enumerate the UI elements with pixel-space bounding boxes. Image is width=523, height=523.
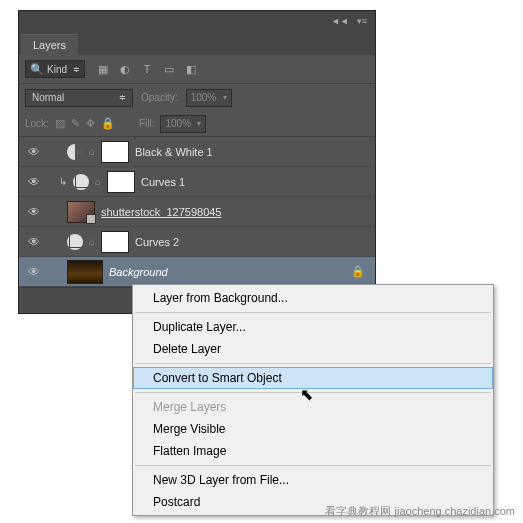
layer-name[interactable]: Curves 2 (135, 236, 179, 248)
ctx-flatten-image[interactable]: Flatten Image (133, 440, 493, 462)
tab-layers[interactable]: Layers (21, 34, 78, 55)
filter-smart-icon[interactable]: ◧ (183, 61, 199, 77)
lock-pixels-icon[interactable]: ✎ (71, 117, 80, 130)
link-icon: ⌂ (95, 176, 101, 187)
panel-header: ◄◄ ▾≡ (19, 11, 375, 31)
lock-all-icon[interactable]: 🔒 (101, 117, 115, 130)
lock-position-icon[interactable]: ✥ (86, 117, 95, 130)
chevron-down-icon: ▾ (197, 119, 201, 128)
opacity-input[interactable]: 100% ▾ (186, 89, 232, 107)
lock-icon: 🔒 (351, 265, 365, 278)
visibility-icon[interactable]: 👁 (23, 265, 45, 279)
filter-type-icon[interactable]: T (139, 61, 155, 77)
blend-mode-select[interactable]: Normal ≑ (25, 89, 133, 107)
ctx-layer-from-bg[interactable]: Layer from Background... (133, 287, 493, 309)
ctx-separator (135, 465, 491, 466)
fill-label: Fill: (139, 118, 155, 129)
chevron-down-icon: ▾ (223, 93, 227, 102)
ctx-separator (135, 312, 491, 313)
opacity-value: 100% (191, 92, 217, 103)
link-icon: ⌂ (89, 236, 95, 247)
clip-icon: ↳ (59, 176, 67, 187)
ctx-separator (135, 363, 491, 364)
lock-label: Lock: (25, 118, 49, 129)
kind-filter-select[interactable]: 🔍 Kind ≑ (25, 60, 85, 78)
chevron-down-icon: ≑ (73, 65, 80, 74)
filter-row: 🔍 Kind ≑ ▦ ◐ T ▭ ◧ (19, 55, 375, 83)
layer-list: 👁 ⌂ Black & White 1 👁 ↳ ⌂ Curves 1 👁 shu… (19, 137, 375, 287)
mask-thumb[interactable] (101, 141, 129, 163)
ctx-merge-layers: Merge Layers (133, 396, 493, 418)
layer-name[interactable]: Black & White 1 (135, 146, 213, 158)
panel-menu-icon[interactable]: ▾≡ (357, 16, 367, 26)
layers-panel: ◄◄ ▾≡ Layers 🔍 Kind ≑ ▦ ◐ T ▭ ◧ Normal ≑… (18, 10, 376, 314)
visibility-icon[interactable]: 👁 (23, 205, 45, 219)
layer-item-curves2[interactable]: 👁 ⌂ Curves 2 (19, 227, 375, 257)
collapse-icon[interactable]: ◄◄ (331, 16, 349, 26)
adjustment-icon (73, 174, 89, 190)
kind-label: Kind (47, 64, 67, 75)
chevron-down-icon: ≑ (119, 93, 126, 102)
lock-transparency-icon[interactable]: ▨ (55, 117, 65, 130)
panel-tabs: Layers (19, 31, 375, 55)
fill-input[interactable]: 100% ▾ (160, 115, 206, 133)
ctx-convert-smart-object[interactable]: Convert to Smart Object (133, 367, 493, 389)
layer-item-bw[interactable]: 👁 ⌂ Black & White 1 (19, 137, 375, 167)
ctx-separator (135, 392, 491, 393)
filter-adjust-icon[interactable]: ◐ (117, 61, 133, 77)
link-icon: ⌂ (89, 146, 95, 157)
watermark: 看字典教程网 jiaocheng.chazidian.com (325, 504, 515, 519)
blend-mode-value: Normal (32, 92, 64, 103)
visibility-icon[interactable]: 👁 (23, 145, 45, 159)
visibility-icon[interactable]: 👁 (23, 235, 45, 249)
layer-name[interactable]: Background (109, 266, 168, 278)
context-menu: Layer from Background... Duplicate Layer… (132, 284, 494, 516)
ctx-delete-layer[interactable]: Delete Layer (133, 338, 493, 360)
layer-name[interactable]: Curves 1 (141, 176, 185, 188)
mask-thumb[interactable] (101, 231, 129, 253)
fill-value: 100% (165, 118, 191, 129)
mask-thumb[interactable] (107, 171, 135, 193)
filter-pixel-icon[interactable]: ▦ (95, 61, 111, 77)
ctx-merge-visible[interactable]: Merge Visible (133, 418, 493, 440)
visibility-icon[interactable]: 👁 (23, 175, 45, 189)
opacity-label: Opacity: (141, 92, 178, 103)
ctx-duplicate-layer[interactable]: Duplicate Layer... (133, 316, 493, 338)
adjustment-icon (67, 144, 83, 160)
adjustment-icon (67, 234, 83, 250)
blend-row: Normal ≑ Opacity: 100% ▾ (19, 83, 375, 111)
layer-name[interactable]: shutterstock_127598045 (101, 206, 221, 218)
layer-item-background[interactable]: 👁 Background 🔒 (19, 257, 375, 287)
ctx-new-3d-layer[interactable]: New 3D Layer from File... (133, 469, 493, 491)
layer-thumb[interactable] (67, 260, 103, 284)
layer-thumb[interactable] (67, 201, 95, 223)
filter-shape-icon[interactable]: ▭ (161, 61, 177, 77)
lock-row: Lock: ▨ ✎ ✥ 🔒 Fill: 100% ▾ (19, 111, 375, 137)
layer-item-curves1[interactable]: 👁 ↳ ⌂ Curves 1 (19, 167, 375, 197)
layer-item-photo[interactable]: 👁 shutterstock_127598045 (19, 197, 375, 227)
search-icon: 🔍 (30, 63, 44, 76)
